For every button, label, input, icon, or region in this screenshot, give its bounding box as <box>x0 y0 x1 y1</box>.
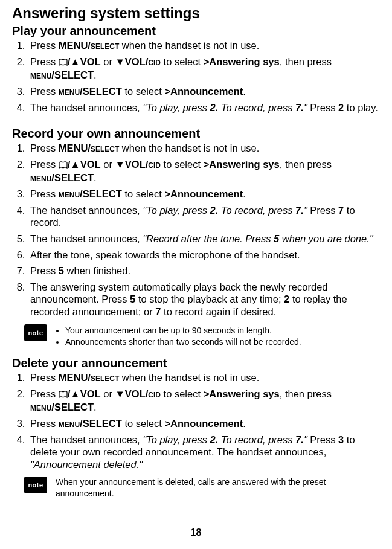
list-item: Press MENU/SELECT when the handset is no… <box>28 39 380 52</box>
section-record-steps: Press MENU/SELECT when the handset is no… <box>12 142 380 318</box>
note-box: note Your announcement can be up to 90 s… <box>24 324 380 348</box>
list-item: After the tone, speak towards the microp… <box>28 249 380 262</box>
up-arrow-icon: ▲ <box>70 388 80 400</box>
section-record-heading: Record your own announcement <box>12 127 380 141</box>
list-item: Press MENU/SELECT to select >Announcemen… <box>28 417 380 430</box>
list-item: Press MENU/SELECT when the handset is no… <box>28 371 380 384</box>
note-content: When your announcement is deleted, calls… <box>56 477 374 498</box>
list-item: Press /▲VOL or ▼VOL/CID to select >Answe… <box>28 56 380 82</box>
directory-icon <box>59 389 68 402</box>
page-number: 18 <box>0 527 392 538</box>
section-delete-steps: Press MENU/SELECT when the handset is no… <box>12 371 380 470</box>
list-item: Press 5 when finished. <box>28 265 380 277</box>
section-delete-heading: Delete your announcement <box>12 356 380 370</box>
list-item: The handset announces, "Record after the… <box>28 233 380 245</box>
up-arrow-icon: ▲ <box>70 158 80 171</box>
up-arrow-icon: ▲ <box>70 56 80 68</box>
down-arrow-icon: ▼ <box>115 56 124 68</box>
manual-page: Answering system settings Play your anno… <box>0 0 392 549</box>
list-item: The answering system automatically plays… <box>28 281 380 318</box>
note-item: Your announcement can be up to 90 second… <box>65 325 374 336</box>
list-item: Press MENU/SELECT to select >Announcemen… <box>28 188 380 201</box>
list-item: Press /▲VOL or ▼VOL/CID to select >Answe… <box>28 158 380 184</box>
list-item: The handset announces, "To play, press 2… <box>28 101 380 114</box>
note-item: Announcements shorter than two seconds w… <box>65 336 374 347</box>
section-play-heading: Play your announcement <box>12 24 380 38</box>
note-content: Your announcement can be up to 90 second… <box>56 324 374 348</box>
list-item: Press MENU/SELECT to select >Announcemen… <box>28 85 380 98</box>
list-item: Press /▲VOL or ▼VOL/CID to select >Answe… <box>28 388 380 414</box>
section-play-steps: Press MENU/SELECT when the handset is no… <box>12 39 380 114</box>
down-arrow-icon: ▼ <box>115 388 124 400</box>
page-title: Answering system settings <box>12 5 380 22</box>
list-item: The handset announces, "To play, press 2… <box>28 204 380 229</box>
list-item: The handset announces, "To play, press 2… <box>28 434 380 471</box>
down-arrow-icon: ▼ <box>115 158 124 171</box>
note-box: note When your announcement is deleted, … <box>24 477 380 498</box>
directory-icon <box>59 159 68 172</box>
note-icon: note <box>24 477 47 493</box>
list-item: Press MENU/SELECT when the handset is no… <box>28 142 380 155</box>
note-icon: note <box>24 324 47 341</box>
directory-icon <box>59 57 68 69</box>
